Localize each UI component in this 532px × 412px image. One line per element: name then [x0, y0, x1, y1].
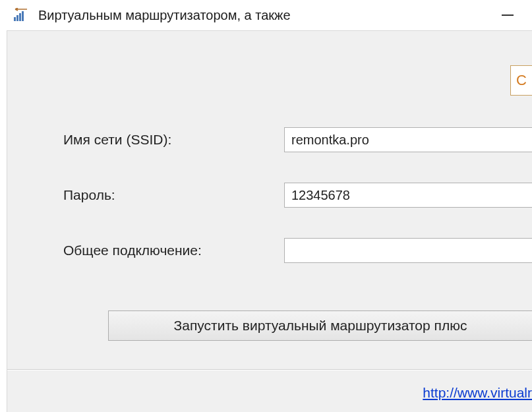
titlebar: Виртуальным маршрутизатором, а также [0, 0, 532, 30]
footer-divider [7, 369, 532, 370]
svg-rect-3 [22, 11, 24, 21]
minimize-icon [502, 15, 514, 16]
svg-rect-0 [14, 17, 16, 21]
row-shared-connection: Общее подключение: [63, 238, 532, 263]
ssid-input[interactable] [284, 127, 532, 152]
client-area: С Имя сети (SSID): Пароль: Общее подключ… [7, 30, 532, 412]
footer-link[interactable]: http://www.virtualr [423, 385, 532, 401]
app-window: Виртуальным маршрутизатором, а также С И… [0, 0, 532, 412]
password-input[interactable] [284, 183, 532, 208]
start-router-button-label: Запустить виртуальный маршрутизатор плюс [174, 318, 467, 334]
shared-connection-label: Общее подключение: [63, 243, 284, 258]
top-right-button[interactable]: С [510, 65, 532, 96]
window-title: Виртуальным маршрутизатором, а также [38, 8, 291, 23]
top-right-button-label: С [516, 72, 527, 89]
app-icon [13, 7, 29, 23]
footer-link-text: http://www.virtualr [423, 385, 532, 400]
row-ssid: Имя сети (SSID): [63, 127, 532, 152]
shared-connection-select[interactable] [284, 238, 532, 263]
svg-rect-1 [16, 15, 18, 21]
row-password: Пароль: [63, 183, 532, 208]
start-router-button[interactable]: Запустить виртуальный маршрутизатор плюс [108, 310, 532, 341]
minimize-button[interactable] [502, 9, 514, 21]
svg-rect-2 [19, 13, 21, 21]
form: Имя сети (SSID): Пароль: Общее подключен… [63, 127, 532, 293]
ssid-label: Имя сети (SSID): [63, 132, 284, 148]
password-label: Пароль: [63, 187, 284, 203]
